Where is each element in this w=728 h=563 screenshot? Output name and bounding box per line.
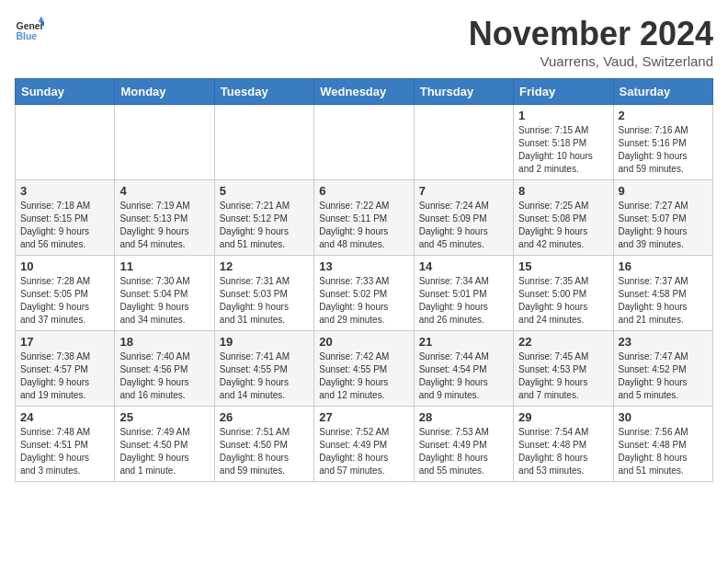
weekday-header-row: SundayMondayTuesdayWednesdayThursdayFrid… [16, 79, 713, 105]
day-number: 30 [619, 410, 708, 424]
day-number: 12 [220, 259, 309, 273]
calendar-cell: 12Sunrise: 7:31 AM Sunset: 5:03 PM Dayli… [214, 256, 313, 331]
calendar-cell: 10Sunrise: 7:28 AM Sunset: 5:05 PM Dayli… [16, 256, 115, 331]
day-info: Sunrise: 7:19 AM Sunset: 5:13 PM Dayligh… [119, 200, 209, 251]
day-info: Sunrise: 7:18 AM Sunset: 5:15 PM Dayligh… [20, 200, 109, 251]
calendar-cell: 27Sunrise: 7:52 AM Sunset: 4:49 PM Dayli… [314, 407, 414, 482]
day-number: 24 [20, 410, 109, 424]
day-number: 26 [220, 410, 309, 424]
day-info: Sunrise: 7:45 AM Sunset: 4:53 PM Dayligh… [518, 350, 608, 402]
logo-icon: General Blue [15, 15, 44, 44]
calendar-cell: 8Sunrise: 7:25 AM Sunset: 5:08 PM Daylig… [514, 180, 613, 256]
day-number: 21 [419, 335, 508, 349]
day-info: Sunrise: 7:56 AM Sunset: 4:48 PM Dayligh… [619, 426, 708, 477]
calendar-cell: 26Sunrise: 7:51 AM Sunset: 4:50 PM Dayli… [214, 407, 313, 482]
weekday-header-cell: Saturday [613, 79, 712, 105]
day-number: 29 [518, 410, 608, 424]
calendar-cell [115, 105, 214, 180]
day-number: 1 [518, 109, 608, 122]
day-number: 28 [419, 410, 508, 424]
calendar-cell: 9Sunrise: 7:27 AM Sunset: 5:07 PM Daylig… [613, 180, 712, 256]
calendar-cell: 21Sunrise: 7:44 AM Sunset: 4:54 PM Dayli… [414, 331, 513, 407]
calendar-cell: 4Sunrise: 7:19 AM Sunset: 5:13 PM Daylig… [115, 180, 214, 256]
day-info: Sunrise: 7:42 AM Sunset: 4:55 PM Dayligh… [319, 350, 408, 402]
day-number: 8 [518, 184, 608, 198]
page-header: General Blue November 2024 Vuarrens, Vau… [15, 15, 713, 69]
calendar-cell: 22Sunrise: 7:45 AM Sunset: 4:53 PM Dayli… [514, 331, 613, 407]
calendar: SundayMondayTuesdayWednesdayThursdayFrid… [15, 78, 713, 482]
day-number: 10 [20, 259, 109, 273]
weekday-header-cell: Tuesday [214, 79, 313, 105]
calendar-body: 1Sunrise: 7:15 AM Sunset: 5:18 PM Daylig… [16, 105, 713, 482]
day-info: Sunrise: 7:33 AM Sunset: 5:02 PM Dayligh… [319, 275, 408, 327]
svg-text:General: General [17, 21, 44, 31]
day-info: Sunrise: 7:47 AM Sunset: 4:52 PM Dayligh… [619, 350, 708, 402]
day-number: 16 [619, 259, 708, 273]
calendar-cell: 15Sunrise: 7:35 AM Sunset: 5:00 PM Dayli… [514, 256, 613, 331]
day-info: Sunrise: 7:15 AM Sunset: 5:18 PM Dayligh… [518, 124, 608, 176]
calendar-cell: 24Sunrise: 7:48 AM Sunset: 4:51 PM Dayli… [16, 407, 115, 482]
day-number: 11 [119, 259, 209, 273]
day-number: 19 [220, 335, 309, 349]
day-info: Sunrise: 7:34 AM Sunset: 5:01 PM Dayligh… [419, 275, 508, 327]
calendar-cell: 16Sunrise: 7:37 AM Sunset: 4:58 PM Dayli… [613, 256, 712, 331]
calendar-cell: 2Sunrise: 7:16 AM Sunset: 5:16 PM Daylig… [613, 105, 712, 180]
calendar-cell: 14Sunrise: 7:34 AM Sunset: 5:01 PM Dayli… [414, 256, 513, 331]
day-info: Sunrise: 7:22 AM Sunset: 5:11 PM Dayligh… [319, 200, 408, 251]
day-number: 7 [419, 184, 508, 198]
day-number: 3 [20, 184, 109, 198]
calendar-cell [214, 105, 313, 180]
calendar-cell: 17Sunrise: 7:38 AM Sunset: 4:57 PM Dayli… [16, 331, 115, 407]
calendar-cell: 28Sunrise: 7:53 AM Sunset: 4:49 PM Dayli… [414, 407, 513, 482]
calendar-week-row: 3Sunrise: 7:18 AM Sunset: 5:15 PM Daylig… [16, 180, 713, 256]
day-number: 23 [619, 335, 708, 349]
calendar-week-row: 24Sunrise: 7:48 AM Sunset: 4:51 PM Dayli… [16, 407, 713, 482]
calendar-week-row: 10Sunrise: 7:28 AM Sunset: 5:05 PM Dayli… [16, 256, 713, 331]
day-info: Sunrise: 7:24 AM Sunset: 5:09 PM Dayligh… [419, 200, 508, 251]
day-number: 14 [419, 259, 508, 273]
calendar-cell: 7Sunrise: 7:24 AM Sunset: 5:09 PM Daylig… [414, 180, 513, 256]
calendar-cell: 3Sunrise: 7:18 AM Sunset: 5:15 PM Daylig… [16, 180, 115, 256]
day-info: Sunrise: 7:38 AM Sunset: 4:57 PM Dayligh… [20, 350, 109, 402]
day-info: Sunrise: 7:48 AM Sunset: 4:51 PM Dayligh… [20, 426, 109, 477]
day-info: Sunrise: 7:41 AM Sunset: 4:55 PM Dayligh… [220, 350, 309, 402]
day-number: 27 [319, 410, 408, 424]
logo: General Blue [15, 15, 44, 44]
day-info: Sunrise: 7:30 AM Sunset: 5:04 PM Dayligh… [119, 275, 209, 327]
day-number: 5 [220, 184, 309, 198]
day-number: 20 [319, 335, 408, 349]
weekday-header-cell: Thursday [414, 79, 513, 105]
calendar-cell: 30Sunrise: 7:56 AM Sunset: 4:48 PM Dayli… [613, 407, 712, 482]
location: Vuarrens, Vaud, Switzerland [469, 53, 713, 69]
calendar-cell [414, 105, 513, 180]
day-info: Sunrise: 7:40 AM Sunset: 4:56 PM Dayligh… [119, 350, 209, 402]
weekday-header-cell: Wednesday [314, 79, 414, 105]
day-number: 22 [518, 335, 608, 349]
calendar-cell [16, 105, 115, 180]
day-info: Sunrise: 7:44 AM Sunset: 4:54 PM Dayligh… [419, 350, 508, 402]
calendar-cell: 20Sunrise: 7:42 AM Sunset: 4:55 PM Dayli… [314, 331, 414, 407]
calendar-week-row: 17Sunrise: 7:38 AM Sunset: 4:57 PM Dayli… [16, 331, 713, 407]
day-number: 25 [119, 410, 209, 424]
weekday-header-cell: Sunday [16, 79, 115, 105]
weekday-header-cell: Monday [115, 79, 214, 105]
day-number: 9 [619, 184, 708, 198]
calendar-cell: 13Sunrise: 7:33 AM Sunset: 5:02 PM Dayli… [314, 256, 414, 331]
weekday-header-cell: Friday [514, 79, 613, 105]
day-number: 2 [619, 109, 708, 122]
day-info: Sunrise: 7:21 AM Sunset: 5:12 PM Dayligh… [220, 200, 309, 251]
calendar-cell: 1Sunrise: 7:15 AM Sunset: 5:18 PM Daylig… [514, 105, 613, 180]
day-info: Sunrise: 7:53 AM Sunset: 4:49 PM Dayligh… [419, 426, 508, 477]
day-number: 4 [119, 184, 209, 198]
calendar-week-row: 1Sunrise: 7:15 AM Sunset: 5:18 PM Daylig… [16, 105, 713, 180]
svg-text:Blue: Blue [17, 31, 38, 41]
day-number: 6 [319, 184, 408, 198]
day-info: Sunrise: 7:37 AM Sunset: 4:58 PM Dayligh… [619, 275, 708, 327]
calendar-cell: 25Sunrise: 7:49 AM Sunset: 4:50 PM Dayli… [115, 407, 214, 482]
day-number: 15 [518, 259, 608, 273]
day-info: Sunrise: 7:25 AM Sunset: 5:08 PM Dayligh… [518, 200, 608, 251]
calendar-cell: 29Sunrise: 7:54 AM Sunset: 4:48 PM Dayli… [514, 407, 613, 482]
calendar-cell: 19Sunrise: 7:41 AM Sunset: 4:55 PM Dayli… [214, 331, 313, 407]
calendar-cell: 18Sunrise: 7:40 AM Sunset: 4:56 PM Dayli… [115, 331, 214, 407]
day-info: Sunrise: 7:35 AM Sunset: 5:00 PM Dayligh… [518, 275, 608, 327]
